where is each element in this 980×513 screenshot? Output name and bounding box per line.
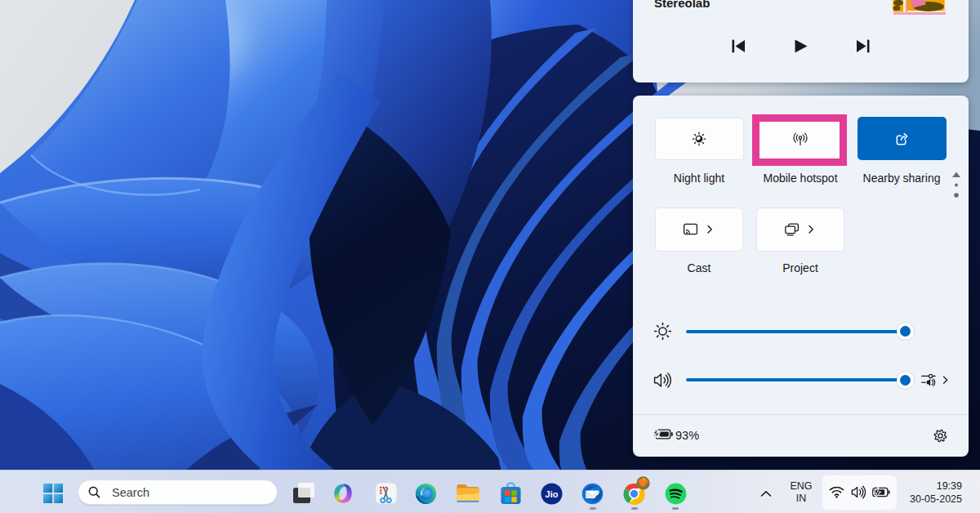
- svg-text:Jio: Jio: [546, 489, 559, 499]
